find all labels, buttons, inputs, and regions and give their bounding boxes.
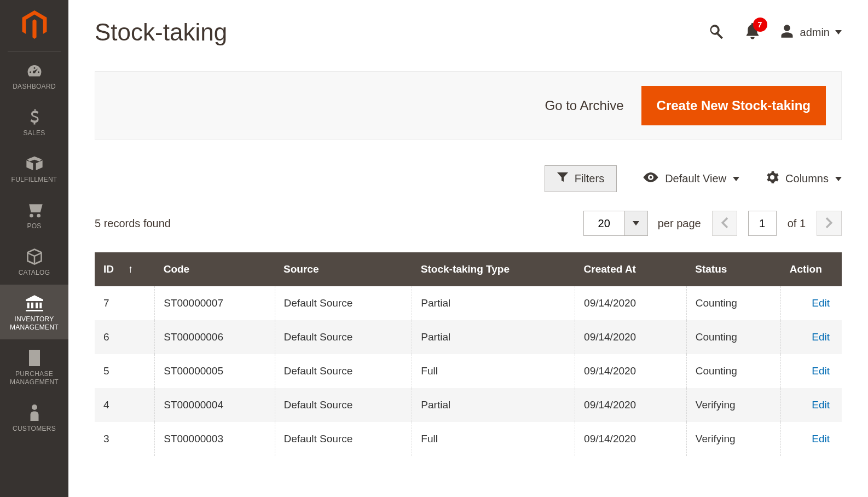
cell-id: 5 (95, 354, 155, 388)
nav-label: FULFILLMENT (11, 176, 57, 184)
cell-status: Verifying (686, 422, 780, 456)
cell-code: ST00000003 (155, 422, 275, 456)
edit-link[interactable]: Edit (812, 297, 830, 309)
caret-down-icon (633, 221, 639, 226)
nav-inventory-management[interactable]: INVENTORY MANAGEMENT (0, 285, 68, 339)
table-row[interactable]: 4ST00000004Default SourcePartial09/14/20… (95, 388, 842, 422)
cell-status: Counting (686, 286, 780, 320)
create-stocktaking-button[interactable]: Create New Stock-taking (641, 86, 826, 125)
cell-created: 09/14/2020 (575, 422, 687, 456)
col-header-source[interactable]: Source (275, 252, 412, 286)
nav-customers[interactable]: CUSTOMERS (0, 394, 68, 441)
cell-code: ST00000006 (155, 320, 275, 354)
gauge-icon (25, 62, 44, 79)
cell-type: Partial (412, 388, 575, 422)
cell-source: Default Source (275, 388, 412, 422)
cell-created: 09/14/2020 (575, 320, 687, 354)
nav-label: POS (27, 222, 41, 230)
cell-status: Counting (686, 354, 780, 388)
edit-link[interactable]: Edit (812, 365, 830, 377)
page-of-text: of 1 (788, 217, 806, 230)
eye-icon (643, 172, 658, 185)
notifications-button[interactable]: 7 (744, 23, 761, 42)
table-row[interactable]: 6ST00000006Default SourcePartial09/14/20… (95, 320, 842, 354)
page-size-dropdown[interactable] (625, 211, 648, 236)
cell-source: Default Source (275, 286, 412, 320)
cell-source: Default Source (275, 354, 412, 388)
user-menu[interactable]: admin (779, 24, 842, 42)
go-to-archive-button[interactable]: Go to Archive (545, 98, 624, 113)
records-count: 5 records found (95, 217, 171, 230)
logo[interactable] (8, 0, 61, 52)
caret-down-icon (835, 177, 842, 181)
page-title: Stock-taking (95, 19, 227, 46)
cell-source: Default Source (275, 422, 412, 456)
cart-icon (25, 201, 44, 219)
col-header-type[interactable]: Stock-taking Type (412, 252, 575, 286)
nav-label: PURCHASE MANAGEMENT (10, 370, 59, 386)
nav-label: CUSTOMERS (13, 425, 56, 433)
prev-page-button[interactable] (712, 211, 737, 236)
nav-pos[interactable]: POS (0, 192, 68, 238)
filters-button[interactable]: Filters (545, 165, 617, 192)
edit-link[interactable]: Edit (812, 331, 830, 343)
person-icon (25, 404, 44, 421)
default-view-dropdown[interactable]: Default View (643, 172, 739, 185)
cell-action: Edit (781, 388, 842, 422)
cube-icon (25, 248, 44, 265)
col-header-created[interactable]: Created At (575, 252, 687, 286)
cell-id: 3 (95, 422, 155, 456)
columns-label: Columns (785, 172, 829, 185)
nav-catalog[interactable]: CATALOG (0, 238, 68, 285)
box-open-icon (25, 155, 44, 172)
cell-action: Edit (781, 354, 842, 388)
col-header-status[interactable]: Status (686, 252, 780, 286)
nav-sales[interactable]: SALES (0, 99, 68, 145)
nav-label: CATALOG (19, 269, 50, 277)
cell-code: ST00000005 (155, 354, 275, 388)
edit-link[interactable]: Edit (812, 433, 830, 444)
caret-down-icon (835, 30, 842, 34)
col-header-code[interactable]: Code (155, 252, 275, 286)
cell-id: 4 (95, 388, 155, 422)
nav-dashboard[interactable]: DASHBOARD (0, 52, 68, 99)
cell-created: 09/14/2020 (575, 388, 687, 422)
cell-action: Edit (781, 422, 842, 456)
per-page-label: per page (658, 217, 701, 230)
nav-label: SALES (23, 129, 45, 137)
user-name: admin (800, 26, 830, 39)
page-actions: Go to Archive Create New Stock-taking (95, 71, 842, 140)
sort-asc-icon: ↑ (128, 263, 134, 275)
primary-nav: DASHBOARD SALES FULFILLMENT POS CATALOG (0, 52, 68, 441)
edit-link[interactable]: Edit (812, 399, 830, 411)
cell-type: Partial (412, 286, 575, 320)
current-page-input[interactable] (748, 211, 777, 236)
cell-id: 6 (95, 320, 155, 354)
cell-code: ST00000004 (155, 388, 275, 422)
chevron-right-icon (825, 217, 833, 230)
caret-down-icon (733, 177, 739, 181)
document-icon (25, 349, 44, 367)
table-row[interactable]: 3ST00000003Default SourceFull09/14/2020V… (95, 422, 842, 456)
table-row[interactable]: 5ST00000005Default SourceFull09/14/2020C… (95, 354, 842, 388)
topbar: Stock-taking 7 admin (95, 19, 842, 46)
main-content: Stock-taking 7 admin Go to Archive Creat… (68, 0, 868, 497)
col-header-id[interactable]: ID↑ (95, 252, 155, 286)
search-button[interactable] (707, 22, 726, 43)
cell-type: Partial (412, 320, 575, 354)
nav-purchase-management[interactable]: PURCHASE MANAGEMENT (0, 339, 68, 394)
cell-type: Full (412, 422, 575, 456)
page-size-input[interactable] (583, 211, 625, 236)
next-page-button[interactable] (817, 211, 842, 236)
cell-status: Verifying (686, 388, 780, 422)
cell-status: Counting (686, 320, 780, 354)
cell-action: Edit (781, 320, 842, 354)
cell-id: 7 (95, 286, 155, 320)
nav-fulfillment[interactable]: FULFILLMENT (0, 145, 68, 192)
grid-toolbar: Filters Default View Columns (95, 165, 842, 192)
pager: per page of 1 (583, 211, 842, 236)
columns-dropdown[interactable]: Columns (766, 171, 842, 187)
table-row[interactable]: 7ST00000007Default SourcePartial09/14/20… (95, 286, 842, 320)
cell-created: 09/14/2020 (575, 354, 687, 388)
bank-icon (25, 294, 44, 312)
